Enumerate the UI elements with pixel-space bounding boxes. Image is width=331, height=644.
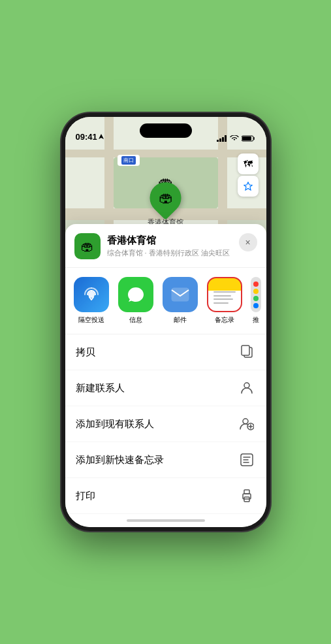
menu-item-copy[interactable]: 拷贝 — [65, 334, 266, 370]
person-icon — [238, 379, 256, 397]
map-label: 南口 — [118, 155, 140, 166]
location-venue-icon: 🏟 — [74, 233, 101, 259]
time-display: 09:41 — [76, 132, 97, 142]
wifi-icon — [230, 135, 239, 142]
svg-rect-9 — [242, 346, 249, 355]
battery-icon — [242, 135, 256, 142]
copy-icon — [238, 343, 256, 361]
svg-point-11 — [243, 419, 248, 424]
location-desc: 综合体育馆 · 香港特别行政区 油尖旺区 — [107, 248, 257, 258]
svg-rect-0 — [217, 140, 219, 142]
quick-note-svg-icon — [240, 453, 253, 466]
status-time: 09:41 — [76, 132, 104, 142]
print-icon — [238, 487, 256, 505]
airdrop-icon-wrap — [74, 277, 109, 312]
svg-point-10 — [244, 383, 249, 388]
new-contact-label: 新建联系人 — [76, 382, 125, 394]
menu-item-print[interactable]: 打印 — [65, 478, 266, 514]
pin-icon: 🏟 — [159, 189, 173, 206]
dot-green — [253, 296, 259, 301]
copy-label: 拷贝 — [76, 346, 95, 359]
mail-icon-wrap — [163, 277, 198, 312]
notes-line-2 — [213, 295, 231, 297]
notes-line-1 — [213, 291, 236, 293]
location-button[interactable] — [238, 176, 259, 197]
location-name: 香港体育馆 — [107, 234, 257, 247]
share-item-airdrop[interactable]: 隔空投送 — [72, 277, 111, 325]
notes-label: 备忘录 — [215, 315, 234, 325]
map-type-button[interactable]: 🗺 — [238, 153, 259, 174]
notes-lines — [212, 291, 237, 304]
menu-item-new-contact[interactable]: 新建联系人 — [65, 370, 266, 406]
location-info: 香港体育馆 综合体育馆 · 香港特别行政区 油尖旺区 — [107, 234, 257, 258]
bottom-sheet: 🏟 香港体育馆 综合体育馆 · 香港特别行政区 油尖旺区 × — [65, 224, 266, 527]
pin-circle: 🏟 — [144, 176, 188, 220]
airdrop-icon — [82, 285, 101, 304]
location-header: 🏟 香港体育馆 综合体育馆 · 香港特别行政区 油尖旺区 × — [65, 224, 266, 268]
svg-rect-1 — [219, 138, 221, 142]
svg-rect-2 — [222, 137, 224, 142]
location-icon — [244, 182, 253, 191]
print-label: 打印 — [76, 490, 95, 502]
more-label: 推 — [253, 315, 259, 325]
svg-rect-18 — [244, 490, 249, 494]
close-button[interactable]: × — [239, 233, 257, 251]
copy-svg-icon — [240, 345, 253, 359]
dot-yellow — [253, 289, 259, 294]
airdrop-label: 隔空投送 — [78, 315, 104, 325]
quick-note-label: 添加到新快速备忘录 — [76, 454, 164, 466]
messages-icon-wrap — [118, 277, 153, 312]
status-icons — [217, 135, 256, 142]
notes-line-3 — [213, 298, 234, 300]
print-svg-icon — [240, 489, 253, 502]
person-svg-icon — [240, 381, 253, 395]
mail-label: 邮件 — [174, 315, 187, 325]
quick-note-icon — [238, 451, 256, 469]
menu-items: 拷贝 新建联系人 — [65, 334, 266, 514]
notes-icon-wrap — [207, 277, 242, 312]
person-add-icon — [238, 415, 256, 433]
location-arrow-icon — [99, 134, 104, 140]
messages-icon — [126, 285, 146, 304]
menu-item-add-contact[interactable]: 添加到现有联系人 — [65, 406, 266, 442]
road-horizontal-top — [65, 150, 266, 157]
more-icon-wrap — [251, 277, 261, 312]
person-add-svg-icon — [240, 417, 254, 431]
share-item-notes[interactable]: 备忘录 — [205, 277, 244, 325]
phone-frame: 09:41 — [61, 113, 270, 531]
share-item-mail[interactable]: 邮件 — [161, 277, 200, 325]
location-pin: 🏟 香港体育馆 — [148, 182, 183, 227]
add-contact-label: 添加到现有联系人 — [76, 418, 154, 430]
menu-item-quick-note[interactable]: 添加到新快速备忘录 — [65, 442, 266, 478]
dot-blue — [253, 303, 259, 308]
mail-icon — [170, 287, 190, 302]
messages-label: 信息 — [129, 315, 142, 325]
svg-rect-7 — [172, 288, 189, 301]
phone-screen: 09:41 — [65, 117, 266, 527]
svg-rect-3 — [225, 135, 227, 142]
dot-red — [253, 282, 259, 287]
map-controls: 🗺 — [238, 153, 259, 197]
notes-line-4 — [213, 302, 229, 304]
share-item-more[interactable]: 推 — [249, 277, 262, 325]
signal-icon — [217, 135, 227, 142]
share-item-messages[interactable]: 信息 — [116, 277, 155, 325]
home-indicator — [127, 519, 205, 522]
svg-rect-5 — [242, 137, 251, 140]
dynamic-island — [140, 123, 192, 138]
share-actions-row: 隔空投送 信息 — [65, 268, 266, 334]
